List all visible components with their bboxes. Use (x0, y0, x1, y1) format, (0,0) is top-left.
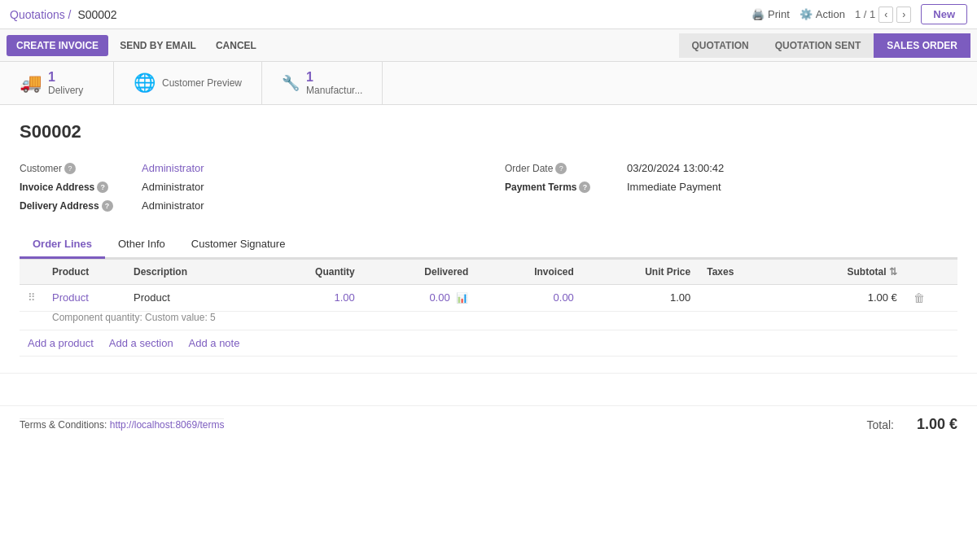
status-buttons: QUOTATION QUOTATION SENT SALES ORDER (679, 33, 970, 58)
row-quantity[interactable]: 1.00 (257, 285, 363, 312)
row-delivered: 0.00 📊 (363, 285, 477, 312)
col-header-delivered: Delivered (363, 260, 477, 285)
terms-section: Terms & Conditions: http://localhost:806… (20, 418, 224, 431)
col-header-subtotal: Subtotal ⇅ (780, 260, 905, 285)
add-section-link[interactable]: Add a section (109, 337, 173, 349)
delivery-icon: 🚚 (20, 72, 42, 94)
smart-buttons-bar: 🚚 1 Delivery 🌐 Customer Preview 🔧 1 Manu… (0, 62, 977, 105)
order-title: S00002 (20, 121, 957, 142)
action-button[interactable]: ⚙️ Action (800, 8, 845, 20)
row-product[interactable]: Product (44, 285, 125, 312)
add-row: Add a product Add a section Add a note (20, 330, 957, 357)
tab-customer-signature[interactable]: Customer Signature (178, 231, 299, 259)
payment-terms-value: Immediate Payment (627, 181, 721, 193)
cancel-button[interactable]: CANCEL (208, 35, 265, 56)
customer-row: Customer ? Administrator (20, 159, 472, 177)
invoice-address-label: Invoice Address ? (20, 182, 142, 193)
form-left: Customer ? Administrator Invoice Address… (20, 159, 472, 215)
send-by-email-button[interactable]: SEND BY EMAIL (112, 35, 204, 56)
customer-help-icon[interactable]: ? (64, 163, 76, 174)
form-area: S00002 Customer ? Administrator Invoice … (0, 105, 977, 373)
total-label: Total: (866, 418, 893, 431)
delivery-smart-button[interactable]: 🚚 1 Delivery (0, 62, 114, 104)
globe-icon: 🌐 (134, 72, 156, 94)
delete-icon[interactable]: 🗑 (913, 291, 925, 304)
delivery-address-help-icon[interactable]: ? (102, 200, 113, 212)
payment-terms-help-icon[interactable]: ? (579, 182, 590, 193)
subtotal-settings-icon[interactable]: ⇅ (889, 266, 897, 278)
component-text: Component quantity: Custom value: 5 (20, 312, 957, 330)
manufacture-label: Manufactur... (306, 85, 362, 96)
footer-area: Terms & Conditions: http://localhost:806… (0, 405, 977, 443)
total-area: Total: 1.00 € (866, 416, 957, 433)
row-invoiced: 0.00 (476, 285, 582, 312)
customer-preview-label: Customer Preview (162, 77, 242, 89)
invoice-address-help-icon[interactable]: ? (97, 182, 108, 193)
row-taxes[interactable] (699, 285, 780, 312)
total-value: 1.00 € (917, 416, 957, 433)
terms-label: Terms & Conditions: (20, 419, 107, 431)
status-sales-order-button[interactable]: SALES ORDER (874, 33, 970, 58)
chart-icon[interactable]: 📊 (456, 292, 468, 304)
delivery-address-value[interactable]: Administrator (142, 199, 204, 212)
status-quotation-sent-button[interactable]: QUOTATION SENT (762, 33, 874, 58)
form-grid: Customer ? Administrator Invoice Address… (20, 159, 957, 215)
next-page-button[interactable]: › (896, 7, 911, 23)
row-description[interactable]: Product (125, 285, 257, 312)
order-date-label: Order Date ? (505, 163, 627, 174)
delivery-address-row: Delivery Address ? Administrator (20, 196, 472, 215)
tabs: Order Lines Other Info Customer Signatur… (20, 231, 957, 259)
order-date-help-icon[interactable]: ? (555, 163, 567, 174)
delivery-address-label: Delivery Address ? (20, 200, 142, 212)
row-move-handle[interactable]: ⠿ (20, 285, 44, 312)
breadcrumb-path[interactable]: Quotations / (10, 8, 72, 21)
payment-terms-label: Payment Terms ? (505, 182, 627, 193)
col-header-taxes: Taxes (699, 260, 780, 285)
smart-btns-spacer (383, 62, 977, 104)
order-lines-table: Product Description Quantity Delivered I… (20, 259, 957, 357)
delivery-label: Delivery (48, 85, 83, 96)
terms-link[interactable]: http://localhost:8069/terms (110, 419, 225, 431)
pagination: 1 / 1 ‹ › (855, 7, 911, 23)
status-quotation-button[interactable]: QUOTATION (679, 33, 762, 58)
gear-icon: ⚙️ (800, 8, 813, 20)
breadcrumb-current: S00002 (77, 8, 116, 21)
row-unit-price[interactable]: 1.00 (582, 285, 699, 312)
col-header-move (20, 260, 44, 285)
col-header-product: Product (44, 260, 125, 285)
customer-label: Customer ? (20, 163, 142, 174)
breadcrumb: Quotations / S00002 (10, 8, 117, 21)
payment-terms-row: Payment Terms ? Immediate Payment (505, 177, 957, 196)
print-icon: 🖨️ (751, 8, 765, 20)
form-right: Order Date ? 03/20/2024 13:00:42 Payment… (505, 159, 957, 215)
table-row: ⠿ Product Product 1.00 0.00 📊 0.00 1.00 … (20, 285, 957, 312)
tab-order-lines[interactable]: Order Lines (20, 231, 105, 259)
col-header-description: Description (125, 260, 257, 285)
customer-value[interactable]: Administrator (142, 162, 204, 174)
create-invoice-button[interactable]: CREATE INVOICE (7, 35, 108, 56)
col-header-unit-price: Unit Price (582, 260, 699, 285)
col-header-quantity: Quantity (257, 260, 363, 285)
col-header-actions (905, 260, 957, 285)
new-button[interactable]: New (921, 4, 967, 24)
row-subtotal: 1.00 € (780, 285, 905, 312)
row-delete[interactable]: 🗑 (905, 285, 957, 312)
top-bar: Quotations / S00002 🖨️ Print ⚙️ Action 1… (0, 0, 977, 29)
delivery-count: 1 (48, 70, 83, 85)
manufacture-smart-button[interactable]: 🔧 1 Manufactur... (262, 62, 383, 104)
add-product-link[interactable]: Add a product (28, 337, 94, 349)
invoice-address-row: Invoice Address ? Administrator (20, 177, 472, 196)
col-header-invoiced: Invoiced (476, 260, 582, 285)
wrench-icon: 🔧 (282, 74, 300, 92)
manufacture-count: 1 (306, 70, 362, 85)
prev-page-button[interactable]: ‹ (878, 7, 893, 23)
print-button[interactable]: 🖨️ Print (751, 8, 790, 20)
invoice-address-value[interactable]: Administrator (142, 181, 204, 193)
spacer-area (0, 373, 977, 405)
tab-other-info[interactable]: Other Info (105, 231, 178, 259)
add-row-cell: Add a product Add a section Add a note (20, 330, 957, 357)
customer-preview-smart-button[interactable]: 🌐 Customer Preview (114, 62, 262, 104)
add-note-link[interactable]: Add a note (189, 337, 240, 349)
action-bar: CREATE INVOICE SEND BY EMAIL CANCEL QUOT… (0, 29, 977, 62)
order-date-value: 03/20/2024 13:00:42 (627, 162, 724, 174)
